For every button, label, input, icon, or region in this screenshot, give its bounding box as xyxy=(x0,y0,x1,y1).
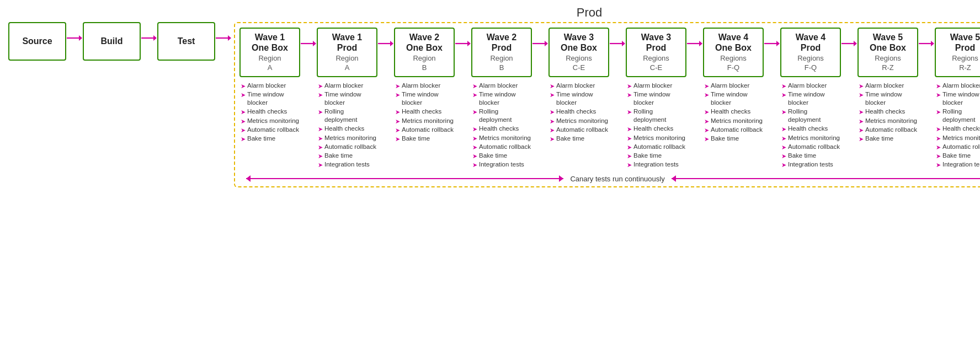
list-arrow: ➤ xyxy=(395,126,400,134)
build-title: Build xyxy=(101,36,123,46)
list-item: ➤Rolling deployment xyxy=(318,107,377,124)
arrow-wave-9 xyxy=(918,39,935,49)
arrow-wave-1 xyxy=(300,39,317,49)
prod-label: Prod xyxy=(8,6,972,20)
pipeline-row: Source Build xyxy=(8,22,972,187)
wave3-onebox-region: RegionsC-E xyxy=(566,54,592,73)
list-item-text: Time window blocker xyxy=(788,90,841,107)
list-arrow: ➤ xyxy=(781,125,786,133)
wave5-onebox-region: RegionsR-Z xyxy=(875,54,901,73)
stage-wave2-prod: Wave 2Prod RegionB➤Alarm blocker➤Time wi… xyxy=(471,28,532,170)
svg-marker-3 xyxy=(153,35,157,41)
list-item: ➤Health checks xyxy=(781,125,841,133)
list-item: ➤Bake time xyxy=(550,134,609,143)
list-item-text: Time window blocker xyxy=(865,90,918,107)
list-arrow: ➤ xyxy=(472,161,477,169)
list-item-text: Automatic rollback xyxy=(479,143,531,151)
list-item-text: Health checks xyxy=(402,107,441,116)
stage-wave5-onebox: Wave 5One Box RegionsR-Z➤Alarm blocker➤T… xyxy=(858,28,918,144)
list-arrow: ➤ xyxy=(627,108,632,116)
wave2-prod-box: Wave 2Prod RegionB xyxy=(471,28,532,77)
svg-marker-13 xyxy=(545,41,548,46)
wave4-onebox-checklist: ➤Alarm blocker➤Time window blocker➤Healt… xyxy=(703,82,764,143)
list-item: ➤Time window blocker xyxy=(704,90,764,107)
list-item: ➤Integration tests xyxy=(936,160,980,169)
list-item-text: Metrics monitoring xyxy=(788,134,840,142)
list-arrow: ➤ xyxy=(859,82,864,90)
list-item-text: Automatic rollback xyxy=(711,126,763,134)
wave2-onebox-box: Wave 2One Box RegionB xyxy=(394,28,455,77)
list-item: ➤Automatic rollback xyxy=(627,143,686,151)
wave2-onebox-region: RegionB xyxy=(413,54,435,73)
list-arrow: ➤ xyxy=(859,135,864,143)
stage-wave4-prod: Wave 4Prod RegionsF-Q➤Alarm blocker➤Time… xyxy=(780,28,841,170)
test-box: Test xyxy=(157,22,215,61)
list-item: ➤Alarm blocker xyxy=(395,82,455,90)
list-item: ➤Rolling deployment xyxy=(627,107,686,124)
list-item: ➤Bake time xyxy=(318,152,377,160)
list-arrow: ➤ xyxy=(395,135,400,143)
main-container: Prod Source Build xyxy=(0,0,980,193)
list-arrow: ➤ xyxy=(550,126,555,134)
list-item: ➤Metrics monitoring xyxy=(318,134,377,142)
list-item: ➤Time window blocker xyxy=(550,90,609,107)
list-arrow: ➤ xyxy=(936,108,941,116)
list-item-text: Health checks xyxy=(556,107,596,116)
build-box: Build xyxy=(83,22,141,61)
list-item-text: Automatic rollback xyxy=(324,143,376,151)
list-item-text: Health checks xyxy=(865,107,905,116)
list-arrow: ➤ xyxy=(550,108,555,116)
arrow-test-prod xyxy=(215,33,232,43)
list-arrow: ➤ xyxy=(936,82,941,90)
list-item: ➤Bake time xyxy=(395,134,455,143)
list-arrow: ➤ xyxy=(318,143,323,151)
list-item-text: Metrics monitoring xyxy=(479,134,531,142)
svg-marker-1 xyxy=(79,35,82,41)
list-item-text: Alarm blocker xyxy=(711,82,749,90)
pre-stages: Source Build xyxy=(8,22,234,61)
waves-container: Wave 1One Box RegionA➤Alarm blocker➤Time… xyxy=(239,28,980,170)
list-item: ➤Health checks xyxy=(627,125,686,133)
svg-marker-17 xyxy=(699,41,702,46)
wave3-onebox-checklist: ➤Alarm blocker➤Time window blocker➤Healt… xyxy=(548,82,609,143)
list-item-text: Time window blocker xyxy=(402,90,455,107)
list-item-text: Bake time xyxy=(942,152,971,160)
wave1-prod-box: Wave 1Prod RegionA xyxy=(317,28,377,77)
source-title: Source xyxy=(22,36,52,46)
list-item: ➤Time window blocker xyxy=(395,90,455,107)
list-item: ➤Health checks xyxy=(704,107,764,116)
list-item: ➤Metrics monitoring xyxy=(472,134,532,142)
source-box: Source xyxy=(8,22,66,61)
list-item-text: Alarm blocker xyxy=(324,82,363,90)
list-item-text: Automatic rollback xyxy=(402,126,454,134)
wave1-onebox-box: Wave 1One Box RegionA xyxy=(239,28,300,77)
list-item: ➤Alarm blocker xyxy=(936,82,980,90)
list-arrow: ➤ xyxy=(936,134,941,142)
wave1-prod-region: RegionA xyxy=(335,54,358,73)
list-arrow: ➤ xyxy=(472,134,477,142)
list-arrow: ➤ xyxy=(318,82,323,90)
list-arrow: ➤ xyxy=(318,91,323,99)
list-arrow: ➤ xyxy=(704,126,709,134)
list-item-text: Rolling deployment xyxy=(633,107,686,124)
list-arrow: ➤ xyxy=(550,117,555,125)
list-item: ➤Bake time xyxy=(781,152,841,160)
list-item: ➤Alarm blocker xyxy=(472,82,532,90)
wave4-onebox-region: RegionsF-Q xyxy=(720,54,747,73)
list-item-text: Time window blocker xyxy=(711,90,764,107)
list-item-text: Health checks xyxy=(479,125,519,133)
list-item-text: Metrics monitoring xyxy=(402,117,454,125)
list-arrow: ➤ xyxy=(395,91,400,99)
list-arrow: ➤ xyxy=(241,91,246,99)
list-item-text: Bake time xyxy=(865,134,893,143)
list-item: ➤Automatic rollback xyxy=(704,126,764,134)
list-item: ➤Alarm blocker xyxy=(704,82,764,90)
list-item: ➤Time window blocker xyxy=(859,90,918,107)
list-item: ➤Bake time xyxy=(472,152,532,160)
list-arrow: ➤ xyxy=(472,108,477,116)
list-item-text: Rolling deployment xyxy=(324,107,377,124)
wave4-onebox-box: Wave 4One Box RegionsF-Q xyxy=(703,28,764,77)
list-item-text: Health checks xyxy=(711,107,750,116)
list-item-text: Metrics monitoring xyxy=(247,117,299,125)
list-item: ➤Bake time xyxy=(859,134,918,143)
